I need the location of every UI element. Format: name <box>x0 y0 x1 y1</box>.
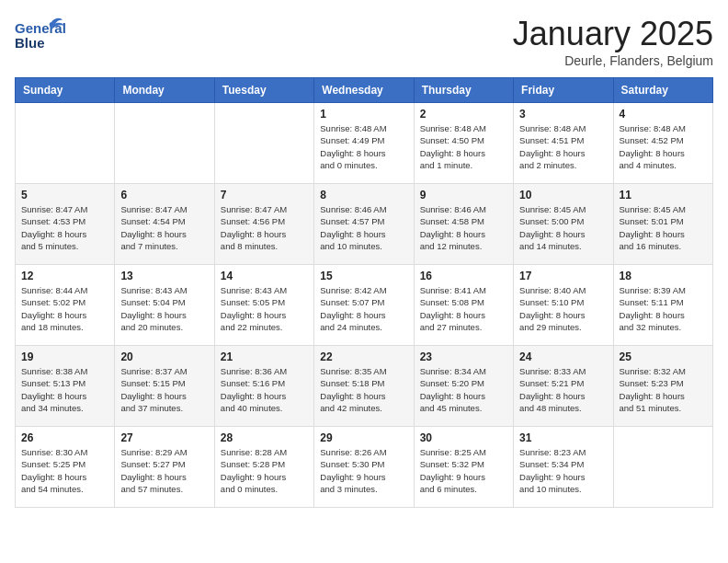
day-number: 5 <box>21 189 108 201</box>
day-info: Sunrise: 8:30 AM Sunset: 5:25 PM Dayligh… <box>21 446 108 495</box>
day-info: Sunrise: 8:32 AM Sunset: 5:23 PM Dayligh… <box>620 365 707 414</box>
day-info: Sunrise: 8:48 AM Sunset: 4:50 PM Dayligh… <box>420 122 507 171</box>
calendar-cell: 14Sunrise: 8:43 AM Sunset: 5:05 PM Dayli… <box>214 265 313 346</box>
calendar-cell: 26Sunrise: 8:30 AM Sunset: 5:25 PM Dayli… <box>16 427 115 508</box>
calendar-cell: 8Sunrise: 8:46 AM Sunset: 4:57 PM Daylig… <box>314 184 414 265</box>
day-number: 24 <box>519 350 607 363</box>
calendar-cell: 30Sunrise: 8:25 AM Sunset: 5:32 PM Dayli… <box>414 427 513 508</box>
day-number: 15 <box>320 270 407 282</box>
calendar-cell: 16Sunrise: 8:41 AM Sunset: 5:08 PM Dayli… <box>414 265 513 346</box>
calendar-cell: 6Sunrise: 8:47 AM Sunset: 4:54 PM Daylig… <box>115 184 214 265</box>
day-number: 10 <box>519 189 607 201</box>
day-number: 22 <box>320 350 407 363</box>
day-info: Sunrise: 8:35 AM Sunset: 5:18 PM Dayligh… <box>320 365 407 414</box>
day-info: Sunrise: 8:48 AM Sunset: 4:49 PM Dayligh… <box>320 122 407 171</box>
calendar-cell: 27Sunrise: 8:29 AM Sunset: 5:27 PM Dayli… <box>115 427 214 508</box>
calendar-cell: 24Sunrise: 8:33 AM Sunset: 5:21 PM Dayli… <box>514 346 613 427</box>
day-number: 21 <box>221 350 308 363</box>
calendar-week-row: 19Sunrise: 8:38 AM Sunset: 5:13 PM Dayli… <box>16 346 713 427</box>
day-number: 14 <box>221 270 308 282</box>
calendar-cell: 31Sunrise: 8:23 AM Sunset: 5:34 PM Dayli… <box>514 427 613 508</box>
calendar-cell <box>214 103 313 184</box>
day-info: Sunrise: 8:28 AM Sunset: 5:28 PM Dayligh… <box>221 446 308 495</box>
weekday-header: Tuesday <box>214 78 313 103</box>
calendar-cell: 9Sunrise: 8:46 AM Sunset: 4:58 PM Daylig… <box>414 184 513 265</box>
day-info: Sunrise: 8:36 AM Sunset: 5:16 PM Dayligh… <box>221 365 308 414</box>
day-number: 30 <box>420 431 507 444</box>
day-info: Sunrise: 8:40 AM Sunset: 5:10 PM Dayligh… <box>519 284 607 333</box>
day-info: Sunrise: 8:43 AM Sunset: 5:05 PM Dayligh… <box>221 284 308 333</box>
day-info: Sunrise: 8:41 AM Sunset: 5:08 PM Dayligh… <box>420 284 507 333</box>
calendar-week-row: 26Sunrise: 8:30 AM Sunset: 5:25 PM Dayli… <box>16 427 713 508</box>
day-number: 28 <box>221 431 308 444</box>
day-info: Sunrise: 8:26 AM Sunset: 5:30 PM Dayligh… <box>320 446 407 495</box>
day-info: Sunrise: 8:48 AM Sunset: 4:51 PM Dayligh… <box>519 122 607 171</box>
day-number: 13 <box>120 270 208 282</box>
weekday-header: Friday <box>514 78 613 103</box>
day-info: Sunrise: 8:43 AM Sunset: 5:04 PM Dayligh… <box>120 284 208 333</box>
day-number: 31 <box>519 431 607 444</box>
day-info: Sunrise: 8:39 AM Sunset: 5:11 PM Dayligh… <box>620 284 707 333</box>
location: Deurle, Flanders, Belgium <box>513 53 713 68</box>
day-number: 6 <box>120 189 208 201</box>
day-info: Sunrise: 8:38 AM Sunset: 5:13 PM Dayligh… <box>21 365 108 414</box>
calendar-cell: 2Sunrise: 8:48 AM Sunset: 4:50 PM Daylig… <box>414 103 513 184</box>
calendar-cell <box>613 427 712 508</box>
day-info: Sunrise: 8:29 AM Sunset: 5:27 PM Dayligh… <box>120 446 208 495</box>
calendar-cell: 15Sunrise: 8:42 AM Sunset: 5:07 PM Dayli… <box>314 265 414 346</box>
day-number: 29 <box>320 431 407 444</box>
day-info: Sunrise: 8:37 AM Sunset: 5:15 PM Dayligh… <box>120 365 208 414</box>
calendar-cell: 25Sunrise: 8:32 AM Sunset: 5:23 PM Dayli… <box>613 346 712 427</box>
day-info: Sunrise: 8:47 AM Sunset: 4:54 PM Dayligh… <box>120 203 208 252</box>
calendar-cell: 7Sunrise: 8:47 AM Sunset: 4:56 PM Daylig… <box>214 184 313 265</box>
weekday-header: Thursday <box>414 78 513 103</box>
calendar-cell: 19Sunrise: 8:38 AM Sunset: 5:13 PM Dayli… <box>16 346 115 427</box>
day-info: Sunrise: 8:45 AM Sunset: 5:01 PM Dayligh… <box>620 203 707 252</box>
page-header: General Blue January 2025 Deurle, Flande… <box>15 15 713 68</box>
day-info: Sunrise: 8:42 AM Sunset: 5:07 PM Dayligh… <box>320 284 407 333</box>
day-info: Sunrise: 8:34 AM Sunset: 5:20 PM Dayligh… <box>420 365 507 414</box>
day-info: Sunrise: 8:25 AM Sunset: 5:32 PM Dayligh… <box>420 446 507 495</box>
day-number: 26 <box>21 431 108 444</box>
weekday-header: Sunday <box>16 78 115 103</box>
day-number: 20 <box>120 350 208 363</box>
day-number: 16 <box>420 270 507 282</box>
day-info: Sunrise: 8:23 AM Sunset: 5:34 PM Dayligh… <box>519 446 607 495</box>
calendar-cell: 12Sunrise: 8:44 AM Sunset: 5:02 PM Dayli… <box>16 265 115 346</box>
calendar-cell: 17Sunrise: 8:40 AM Sunset: 5:10 PM Dayli… <box>514 265 613 346</box>
weekday-header: Wednesday <box>314 78 414 103</box>
day-info: Sunrise: 8:48 AM Sunset: 4:52 PM Dayligh… <box>620 122 707 171</box>
day-info: Sunrise: 8:46 AM Sunset: 4:57 PM Dayligh… <box>320 203 407 252</box>
calendar-cell: 11Sunrise: 8:45 AM Sunset: 5:01 PM Dayli… <box>613 184 712 265</box>
day-info: Sunrise: 8:46 AM Sunset: 4:58 PM Dayligh… <box>420 203 507 252</box>
weekday-header: Monday <box>115 78 214 103</box>
day-number: 3 <box>519 108 607 121</box>
title-section: January 2025 Deurle, Flanders, Belgium <box>513 15 713 68</box>
day-number: 17 <box>519 270 607 282</box>
day-number: 11 <box>620 189 707 201</box>
day-number: 8 <box>320 189 407 201</box>
weekday-header-row: SundayMondayTuesdayWednesdayThursdayFrid… <box>16 78 713 103</box>
day-number: 19 <box>21 350 108 363</box>
day-number: 2 <box>420 108 507 121</box>
calendar-cell <box>16 103 115 184</box>
calendar-cell: 5Sunrise: 8:47 AM Sunset: 4:53 PM Daylig… <box>16 184 115 265</box>
calendar-cell: 1Sunrise: 8:48 AM Sunset: 4:49 PM Daylig… <box>314 103 414 184</box>
day-number: 9 <box>420 189 507 201</box>
svg-text:Blue: Blue <box>15 35 45 51</box>
day-number: 4 <box>620 108 707 121</box>
month-title: January 2025 <box>513 15 713 53</box>
calendar-cell: 13Sunrise: 8:43 AM Sunset: 5:04 PM Dayli… <box>115 265 214 346</box>
day-number: 12 <box>21 270 108 282</box>
calendar-cell <box>115 103 214 184</box>
calendar-cell: 29Sunrise: 8:26 AM Sunset: 5:30 PM Dayli… <box>314 427 414 508</box>
day-number: 23 <box>420 350 507 363</box>
calendar-cell: 23Sunrise: 8:34 AM Sunset: 5:20 PM Dayli… <box>414 346 513 427</box>
calendar-cell: 21Sunrise: 8:36 AM Sunset: 5:16 PM Dayli… <box>214 346 313 427</box>
day-number: 7 <box>221 189 308 201</box>
day-number: 27 <box>120 431 208 444</box>
calendar-cell: 4Sunrise: 8:48 AM Sunset: 4:52 PM Daylig… <box>613 103 712 184</box>
weekday-header: Saturday <box>613 78 712 103</box>
calendar-cell: 3Sunrise: 8:48 AM Sunset: 4:51 PM Daylig… <box>514 103 613 184</box>
calendar-cell: 28Sunrise: 8:28 AM Sunset: 5:28 PM Dayli… <box>214 427 313 508</box>
